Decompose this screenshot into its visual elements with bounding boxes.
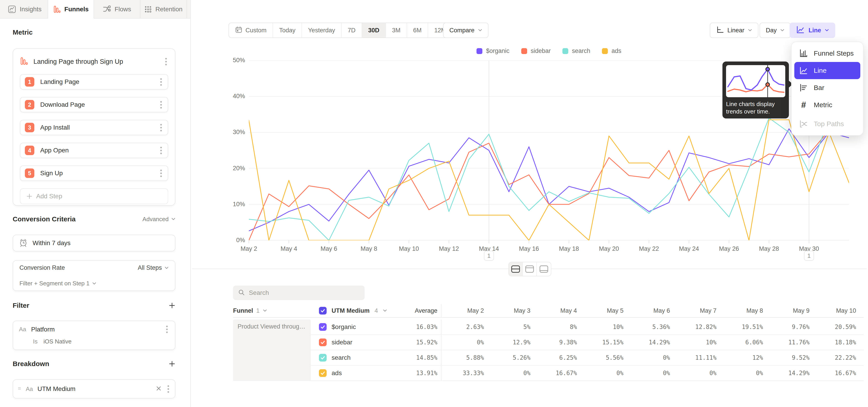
date-column-header[interactable]: May 3 [488, 307, 534, 314]
funnel-step-2[interactable]: 2Download Page [20, 97, 168, 113]
filter-value[interactable]: iOS Native [43, 338, 71, 345]
chart-type-button[interactable]: Line [789, 23, 835, 38]
select-all-checkbox[interactable] [319, 307, 327, 315]
tab-insights[interactable]: Insights [2, 0, 48, 19]
breakdown-table: Funnel 1 UTM Medium 4 Average May 2May 3… [233, 304, 864, 381]
range-6m[interactable]: 6M [407, 23, 428, 37]
interval-button[interactable]: Day [760, 23, 791, 38]
date-column-header[interactable]: May 4 [534, 307, 581, 314]
remove-breakdown-icon[interactable] [156, 385, 162, 392]
date-column-header[interactable]: May 2 [441, 304, 488, 317]
scale-button[interactable]: Linear [710, 23, 758, 38]
breakdown-column-header[interactable]: UTM Medium 4 [319, 307, 389, 315]
advanced-toggle[interactable]: Advanced [143, 216, 176, 223]
date-column-header[interactable]: May 8 [720, 307, 767, 314]
x-tick-mark [449, 240, 449, 243]
date-column-header[interactable]: May 7 [674, 307, 720, 314]
add-step-label: Add Step [36, 193, 62, 200]
cell-value: 5% [488, 323, 534, 330]
conversion-window-card[interactable]: Within 7 days [13, 235, 176, 251]
x-tick-label: May 26 [719, 245, 739, 252]
funnel-step-3[interactable]: 3App Install [20, 120, 168, 135]
breakdown-kebab-menu[interactable] [166, 384, 170, 394]
legend-item-search[interactable]: search [562, 48, 590, 55]
series-checkbox[interactable] [319, 323, 327, 331]
step-kebab-menu[interactable] [159, 77, 163, 87]
legend-label: $organic [486, 48, 509, 55]
annotation-badge[interactable]: 1 [804, 251, 814, 261]
funnel-step-5[interactable]: 5Sign Up [20, 165, 168, 181]
filter-operator[interactable]: Is [33, 338, 37, 345]
filter-kebab-menu[interactable] [165, 324, 169, 335]
filter-segment-dropdown[interactable]: Filter + Segment on Step 1 [20, 280, 96, 287]
step-kebab-menu[interactable] [159, 168, 163, 179]
range-today[interactable]: Today [273, 23, 302, 37]
search-input[interactable] [249, 289, 360, 296]
funnel-step-4[interactable]: 4App Open [20, 143, 168, 158]
menu-item-line[interactable]: Line [794, 62, 860, 79]
filter-property[interactable]: Platform [31, 326, 160, 333]
date-column-header[interactable]: May 10 [813, 307, 860, 314]
compare-button[interactable]: Compare [443, 23, 489, 38]
range-custom[interactable]: Custom [229, 23, 273, 37]
tab-label: Retention [156, 6, 183, 13]
table-header: Funnel 1 UTM Medium 4 Average May 2May 3… [233, 304, 864, 318]
step-number-badge: 4 [25, 146, 34, 155]
average-column-header[interactable]: Average [389, 307, 441, 314]
legend-item-sidebar[interactable]: sidebar [521, 48, 551, 55]
tab-retention[interactable]: Retention [141, 0, 187, 19]
date-column-header[interactable]: May 9 [767, 307, 813, 314]
layout-chart-button[interactable] [523, 262, 537, 276]
range-label: Yesterday [308, 27, 335, 34]
y-tick-label: 50% [213, 57, 245, 64]
series-checkbox[interactable] [319, 369, 327, 377]
step-kebab-menu[interactable] [159, 146, 163, 156]
metric-title-row[interactable]: Landing Page through Sign Up [13, 49, 175, 74]
cell-value: 10% [581, 323, 627, 330]
x-tick-mark [729, 240, 729, 243]
x-tick-label: May 6 [320, 245, 337, 252]
annotation-badge[interactable]: 1 [484, 251, 494, 261]
x-tick-mark [809, 240, 809, 243]
chart-type-menu: Funnel StepsLineBar#MetricTop Paths [791, 41, 864, 136]
add-filter-button[interactable] [168, 302, 176, 309]
cell-value: 9.76% [767, 323, 813, 330]
breakdown-property[interactable]: UTM Medium [37, 385, 151, 393]
layout-table-button[interactable] [537, 262, 551, 276]
legend-item-organic[interactable]: $organic [476, 48, 509, 55]
date-column-header[interactable]: May 5 [581, 307, 627, 314]
conversion-rate-steps-dropdown[interactable]: All Steps [138, 264, 168, 271]
add-step-button[interactable]: Add Step [20, 188, 168, 204]
tab-flows[interactable]: Flows [94, 0, 141, 19]
range-3m[interactable]: 3M [386, 23, 407, 37]
series-name: sidebar [332, 339, 352, 346]
date-column-header[interactable]: May 6 [627, 307, 674, 314]
step-number-badge: 3 [25, 123, 34, 132]
funnel-cell[interactable]: Product Viewed through P... [233, 319, 311, 381]
step-kebab-menu[interactable] [159, 123, 163, 133]
add-breakdown-button[interactable] [168, 361, 176, 367]
drag-handle-icon[interactable] [18, 386, 21, 392]
range-30d[interactable]: 30D [362, 23, 386, 37]
clock-icon [19, 238, 28, 248]
menu-item-funnel-steps[interactable]: Funnel Steps [794, 45, 860, 62]
main-content: CustomTodayYesterday7D30D3M6M12M Compare… [191, 0, 868, 407]
series-checkbox[interactable] [319, 339, 327, 346]
metric-kebab-menu[interactable] [164, 57, 168, 67]
range-7d[interactable]: 7D [342, 23, 362, 37]
funnel-metric-icon [20, 57, 28, 66]
tab-funnels[interactable]: Funnels [48, 0, 94, 19]
cell-value: 12.9% [488, 339, 534, 346]
menu-item-metric[interactable]: #Metric [794, 96, 860, 114]
range-yesterday[interactable]: Yesterday [302, 23, 342, 37]
funnel-step-1[interactable]: 1Landing Page [20, 74, 168, 90]
funnel-column-header[interactable]: Funnel 1 [233, 307, 319, 314]
menu-item-bar[interactable]: Bar [794, 79, 860, 96]
layout-split-button[interactable] [509, 262, 523, 276]
legend-item-ads[interactable]: ads [602, 48, 621, 55]
step-kebab-menu[interactable] [159, 100, 163, 110]
series-checkbox[interactable] [319, 354, 327, 362]
step-number-badge: 1 [25, 77, 34, 87]
conversion-criteria-heading: Conversion Criteria [13, 215, 75, 223]
legend-label: search [572, 48, 590, 55]
